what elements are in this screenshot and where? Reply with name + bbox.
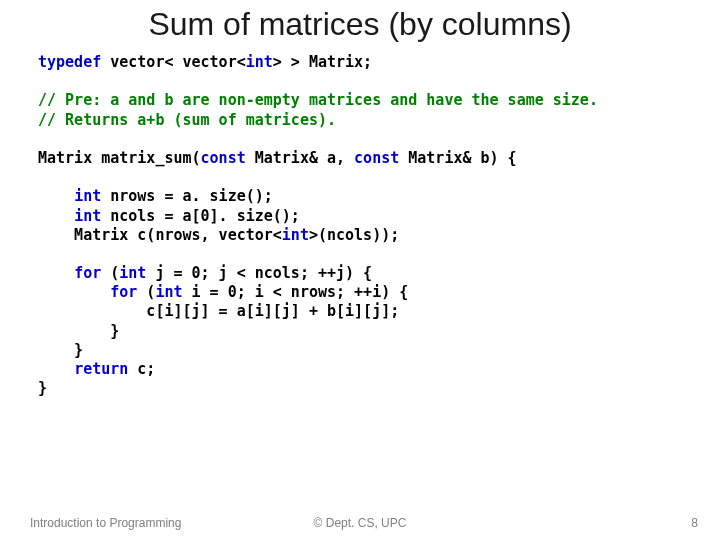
- t: > > Matrix;: [273, 53, 372, 71]
- kw-int: int: [74, 187, 101, 205]
- code-block: typedef vector< vector<int> > Matrix; //…: [0, 43, 720, 398]
- t: nrows = a. size();: [101, 187, 273, 205]
- footer-center: © Dept. CS, UPC: [0, 516, 720, 530]
- t: [38, 264, 74, 282]
- t: ncols = a[0]. size();: [101, 207, 300, 225]
- kw-typedef: typedef: [38, 53, 101, 71]
- kw-const: const: [201, 149, 246, 167]
- footer-page-number: 8: [691, 516, 698, 530]
- slide-title: Sum of matrices (by columns): [0, 0, 720, 43]
- t: i = 0; i < nrows; ++i) {: [183, 283, 409, 301]
- t: }: [38, 322, 119, 340]
- t: Matrix& b) {: [399, 149, 516, 167]
- t: [38, 283, 110, 301]
- t: Matrix matrix_sum(: [38, 149, 201, 167]
- t: [38, 187, 74, 205]
- kw-for: for: [110, 283, 137, 301]
- kw-int: int: [74, 207, 101, 225]
- t: c;: [128, 360, 155, 378]
- comment: // Pre: a and b are non-empty matrices a…: [38, 91, 598, 109]
- t: }: [38, 341, 83, 359]
- t: Matrix c(nrows, vector<: [38, 226, 282, 244]
- t: }: [38, 379, 47, 397]
- kw-int: int: [119, 264, 146, 282]
- t: (: [101, 264, 119, 282]
- kw-int: int: [246, 53, 273, 71]
- t: j = 0; j < ncols; ++j) {: [146, 264, 372, 282]
- t: Matrix& a,: [246, 149, 354, 167]
- t: [38, 360, 74, 378]
- t: [38, 207, 74, 225]
- kw-const: const: [354, 149, 399, 167]
- slide: Sum of matrices (by columns) typedef vec…: [0, 0, 720, 540]
- t: vector< vector<: [101, 53, 246, 71]
- kw-int: int: [282, 226, 309, 244]
- kw-return: return: [74, 360, 128, 378]
- t: >(ncols));: [309, 226, 399, 244]
- kw-for: for: [74, 264, 101, 282]
- kw-int: int: [155, 283, 182, 301]
- t: (: [137, 283, 155, 301]
- t: c[i][j] = a[i][j] + b[i][j];: [38, 302, 399, 320]
- comment: // Returns a+b (sum of matrices).: [38, 111, 336, 129]
